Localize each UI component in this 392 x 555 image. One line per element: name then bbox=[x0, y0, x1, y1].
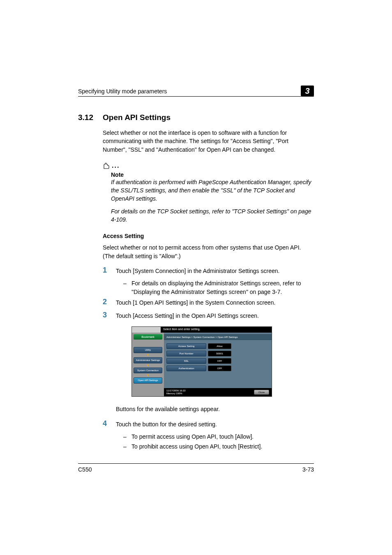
step-1-sub-text: For details on displaying the Administra… bbox=[131, 279, 314, 296]
close-button[interactable]: Close bbox=[254, 390, 269, 395]
ui-top-instruction: Select item and enter setting. bbox=[161, 327, 272, 333]
page: Specifying Utility mode parameters 3 3.1… bbox=[0, 0, 392, 555]
note-paragraph-2: For details on the TCP Socket settings, … bbox=[111, 207, 314, 224]
section-number: 3.12 bbox=[78, 113, 103, 122]
ssl-button[interactable]: SSL bbox=[166, 358, 206, 364]
setting-row-ssl: SSL OFF bbox=[166, 358, 269, 364]
step-1-subitem: – For details on displaying the Administ… bbox=[123, 279, 314, 296]
step-3-after-text: Buttons for the available settings appea… bbox=[116, 405, 314, 413]
port-number-value: 50001 bbox=[208, 351, 231, 356]
step-2-text: Touch [1 Open API Settings] in the Syste… bbox=[116, 298, 275, 307]
access-setting-button[interactable]: Access Setting bbox=[166, 343, 206, 349]
chevron-down-icon: ▼ bbox=[134, 364, 162, 367]
ui-sidebar: Bookmark Utility ▼ Administrator Setting… bbox=[132, 333, 164, 396]
authentication-value: OFF bbox=[208, 365, 231, 371]
ui-footer-memory: Memory 100% bbox=[166, 392, 186, 395]
setting-row-access: Access Setting Allow bbox=[166, 343, 269, 349]
note-icon-row: ... bbox=[103, 162, 314, 170]
step-2-number: 2 bbox=[103, 298, 116, 307]
nav-system-connection[interactable]: System Connection bbox=[134, 368, 162, 374]
setting-row-auth: Authentication OFF bbox=[166, 365, 269, 371]
header-section-title: Specifying Utility mode parameters bbox=[78, 88, 167, 95]
dash-icon: – bbox=[123, 442, 131, 451]
ui-top-left-blank bbox=[132, 327, 161, 333]
authentication-button[interactable]: Authentication bbox=[166, 365, 206, 371]
setting-row-port: Port Number 50001 bbox=[166, 351, 269, 356]
dash-icon: – bbox=[123, 279, 131, 296]
step-4-number: 4 bbox=[103, 419, 116, 428]
step-4-text: Touch the button for the desired setting… bbox=[116, 419, 217, 428]
device-ui-panel: Select item and enter setting. Bookmark … bbox=[131, 326, 272, 397]
step-4: 4 Touch the button for the desired setti… bbox=[103, 419, 314, 428]
step-1-text: Touch [System Connection] in the Adminis… bbox=[116, 266, 279, 275]
step-1-number: 1 bbox=[103, 266, 116, 275]
access-setting-value: Allow bbox=[208, 343, 231, 349]
section-intro: Select whether or not the interface is o… bbox=[103, 129, 314, 154]
chevron-down-icon: ▼ bbox=[134, 354, 162, 356]
bookmark-tab[interactable]: Bookmark bbox=[134, 334, 162, 340]
dash-icon: – bbox=[123, 432, 131, 441]
step-1: 1 Touch [System Connection] in the Admin… bbox=[103, 266, 314, 275]
ui-footer-bar: 11/17/2006 16:22 Memory 100% Close bbox=[164, 388, 272, 396]
step-3-text: Touch [Access Setting] in the Open API S… bbox=[116, 311, 259, 320]
ui-top-strip: Select item and enter setting. bbox=[132, 327, 272, 333]
note-paragraph-1: If authentication is performed with Page… bbox=[111, 178, 314, 203]
step-3-number: 3 bbox=[103, 311, 116, 320]
nav-utility[interactable]: Utility bbox=[134, 347, 162, 353]
note-dots-icon: ... bbox=[112, 162, 120, 170]
note-block: ... Note If authentication is performed … bbox=[103, 162, 314, 224]
step-4-sub-2-text: To prohibit access using Open API, touch… bbox=[131, 442, 262, 451]
step-2: 2 Touch [1 Open API Settings] in the Sys… bbox=[103, 298, 314, 307]
ui-settings-area: Access Setting Allow Port Number 50001 S… bbox=[164, 340, 272, 388]
ui-footer-status: 11/17/2006 16:22 Memory 100% bbox=[166, 389, 186, 395]
nav-open-api-settings[interactable]: Open API Settings bbox=[134, 377, 162, 384]
port-number-button[interactable]: Port Number bbox=[166, 351, 206, 356]
page-header: Specifying Utility mode parameters 3 bbox=[78, 82, 314, 97]
chapter-badge: 3 bbox=[301, 86, 314, 96]
access-setting-heading: Access Setting bbox=[103, 233, 314, 239]
section-heading-row: 3.12 Open API Settings bbox=[78, 113, 314, 122]
ui-main-panel: Administrator Settings > System Connecti… bbox=[164, 333, 272, 396]
ui-body: Bookmark Utility ▼ Administrator Setting… bbox=[132, 333, 272, 396]
footer-model: C550 bbox=[78, 466, 92, 473]
ui-footer-datetime: 11/17/2006 16:22 bbox=[166, 389, 186, 392]
nav-admin-settings[interactable]: Administrator Settings bbox=[134, 357, 162, 363]
step-3: 3 Touch [Access Setting] in the Open API… bbox=[103, 311, 314, 320]
access-setting-intro: Select whether or not to permit access f… bbox=[103, 243, 314, 260]
note-label: Note bbox=[111, 171, 314, 178]
page-footer: C550 3-73 bbox=[78, 463, 314, 473]
ssl-value: OFF bbox=[208, 358, 231, 364]
step-4-subitem-2: – To prohibit access using Open API, tou… bbox=[123, 442, 314, 451]
section-title: Open API Settings bbox=[103, 113, 171, 122]
note-hand-icon bbox=[103, 162, 110, 170]
embedded-screenshot: Select item and enter setting. Bookmark … bbox=[131, 326, 314, 397]
footer-page-number: 3-73 bbox=[302, 466, 314, 473]
step-4-sub-1-text: To permit access using Open API, touch [… bbox=[131, 432, 254, 441]
step-4-subitem-1: – To permit access using Open API, touch… bbox=[123, 432, 314, 441]
ui-breadcrumb: Administrator Settings > System Connecti… bbox=[164, 334, 272, 340]
chevron-down-icon: ▼ bbox=[134, 374, 162, 377]
